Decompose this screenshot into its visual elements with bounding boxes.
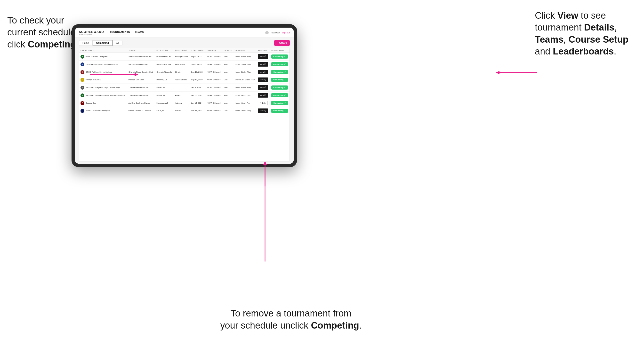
tab-all[interactable]: All [112, 40, 122, 46]
content-area: Home Competing All + Create EVENT NAME V… [75, 38, 294, 164]
event-name-text: John A. Burns Intercollegiate [86, 110, 110, 112]
table-row: J Jackson T. Stephens Cup – Men's Match … [79, 92, 290, 99]
cell-venue: Papago Golf Club [127, 76, 155, 84]
tablet: SCOREBOARD Powered by clippi TOURNAMENTS… [72, 24, 297, 167]
cell-competing[interactable]: Competing [270, 84, 290, 92]
cell-action[interactable]: View ⓘ [256, 107, 270, 115]
cell-start_date: Jan 14, 2024 [190, 99, 205, 107]
cell-city_state: Maricopa, AZ [155, 99, 174, 107]
cell-gender: Men [222, 53, 234, 60]
nav-link-tournaments[interactable]: TOURNAMENTS [110, 31, 130, 34]
view-button[interactable]: View ⓘ [258, 109, 268, 113]
cell-gender: Men [222, 68, 234, 76]
competing-badge[interactable]: Competing [271, 85, 288, 90]
view-button[interactable]: View ⓘ [258, 54, 268, 59]
create-button[interactable]: + Create [274, 40, 290, 46]
annotation-bottom: To remove a tournament fromyour schedule… [199, 308, 383, 332]
cell-scoring: team, Stroke Play [234, 84, 256, 92]
cell-hosted_by: Arizona State [174, 76, 190, 84]
cell-action[interactable]: ✏ Edit [256, 99, 270, 107]
cell-venue: Ak-Chin Southern Dunes [127, 99, 155, 107]
cell-action[interactable]: View ⓘ [256, 84, 270, 92]
cell-competing[interactable]: Competing [270, 68, 290, 76]
cell-competing[interactable]: Competing [270, 53, 290, 60]
cell-city_state: Dallas, TX [155, 84, 174, 92]
view-button[interactable]: View ⓘ [258, 77, 268, 82]
view-button[interactable]: View ⓘ [258, 93, 268, 98]
team-logo: W [80, 62, 84, 66]
scoreboard-logo: SCOREBOARD Powered by clippi [79, 30, 104, 35]
table-row: A Copper Cup Ak-Chin Southern DunesMaric… [79, 99, 290, 107]
cell-division: NCAA Division I [205, 107, 222, 115]
cell-division: NCAA Division I [205, 92, 222, 99]
tab-competing[interactable]: Competing [92, 40, 112, 46]
col-start-date: START DATE [190, 48, 205, 53]
nav-right: Test User Sign out [265, 31, 290, 34]
cell-start_date: Sep 4, 2023 [190, 53, 205, 60]
cell-competing[interactable]: Competing [270, 99, 290, 107]
tabs: Home Competing All [79, 40, 122, 46]
cell-event-name: J Jackson T. Stephens Cup – Stroke Play [79, 84, 127, 92]
cell-division: NCAA Division I [205, 84, 222, 92]
competing-badge[interactable]: Competing [271, 78, 288, 82]
competing-badge[interactable]: Competing [271, 54, 288, 59]
team-logo: H [80, 109, 84, 113]
cell-action[interactable]: View ⓘ [256, 92, 270, 99]
table-row: W 2023 Sahalee Players Championship Saha… [79, 60, 290, 68]
view-button[interactable]: View ⓘ [258, 85, 268, 90]
cell-venue: Sahalee Country Club [127, 60, 155, 68]
cell-action[interactable]: View ⓘ [256, 60, 270, 68]
tab-home[interactable]: Home [79, 40, 92, 46]
cell-division: NCAA Division I [205, 60, 222, 68]
cell-start_date: Oct 9, 2023 [190, 84, 205, 92]
cell-hosted_by: Illinois [174, 68, 190, 76]
table-row: I OFCC Fighting Illini Invitational Olym… [79, 68, 290, 76]
edit-button[interactable]: ✏ Edit [258, 101, 268, 105]
cell-competing[interactable]: Competing [270, 60, 290, 68]
cell-action[interactable]: View ⓘ [256, 53, 270, 60]
nav-link-teams[interactable]: TEAMS [135, 31, 144, 34]
table-row: J Jackson T. Stephens Cup – Stroke Play … [79, 84, 290, 92]
view-button[interactable]: View ⓘ [258, 62, 268, 67]
cell-scoring: individual, Stroke Play [234, 76, 256, 84]
cell-division: NCAA Division I [205, 68, 222, 76]
view-button[interactable]: View ⓘ [258, 70, 268, 74]
nav-links: TOURNAMENTS TEAMS [110, 31, 265, 34]
team-logo: P [80, 78, 84, 82]
cell-city_state: Lihue, HI [155, 107, 174, 115]
cell-division: NCAA Division I [205, 53, 222, 60]
competing-badge[interactable]: Competing [271, 101, 288, 105]
event-name-text: Jackson T. Stephens Cup – Men's Match Pl… [86, 94, 125, 96]
table-header-row: EVENT NAME VENUE CITY, STATE HOSTED BY S… [79, 48, 290, 53]
cell-competing[interactable]: Competing [270, 92, 290, 99]
cell-start_date: Sep 15, 2023 [190, 68, 205, 76]
competing-badge[interactable]: Competing [271, 93, 288, 97]
cell-division: NCAA Division I [205, 76, 222, 84]
cell-event-name: F Folds of Honor Collegiate [79, 53, 127, 60]
competing-badge[interactable]: Competing [271, 109, 288, 113]
cell-city_state: Dallas, TX [155, 92, 174, 99]
cell-competing[interactable]: Competing [270, 107, 290, 115]
cell-action[interactable]: View ⓘ [256, 68, 270, 76]
cell-hosted_by: Arizona [174, 99, 190, 107]
cell-city_state: Grand Haven, MI [155, 53, 174, 60]
nav-bar: SCOREBOARD Powered by clippi TOURNAMENTS… [75, 28, 294, 38]
cell-event-name: H John A. Burns Intercollegiate [79, 107, 127, 115]
col-competing: COMPETING [270, 48, 290, 53]
cell-venue: Olympia Fields Country Club [127, 68, 155, 76]
annotation-top-right: Click View to see tournament Details, Te… [535, 10, 637, 58]
cell-hosted_by: Michigan State [174, 53, 190, 60]
user-label: Test User [270, 31, 280, 34]
team-logo: F [80, 55, 84, 59]
competing-badge[interactable]: Competing [271, 62, 288, 66]
cell-action[interactable]: View ⓘ [256, 76, 270, 84]
sign-out-link[interactable]: Sign out [282, 31, 290, 34]
cell-scoring: team, Stroke Play [234, 53, 256, 60]
competing-badge[interactable]: Competing [271, 70, 288, 74]
team-logo: J [80, 93, 84, 97]
cell-competing[interactable]: Competing [270, 76, 290, 84]
col-hosted-by: HOSTED BY [174, 48, 190, 53]
table-row: H John A. Burns Intercollegiate Ocean Co… [79, 107, 290, 115]
col-gender: GENDER [222, 48, 234, 53]
cell-gender: Men [222, 76, 234, 84]
